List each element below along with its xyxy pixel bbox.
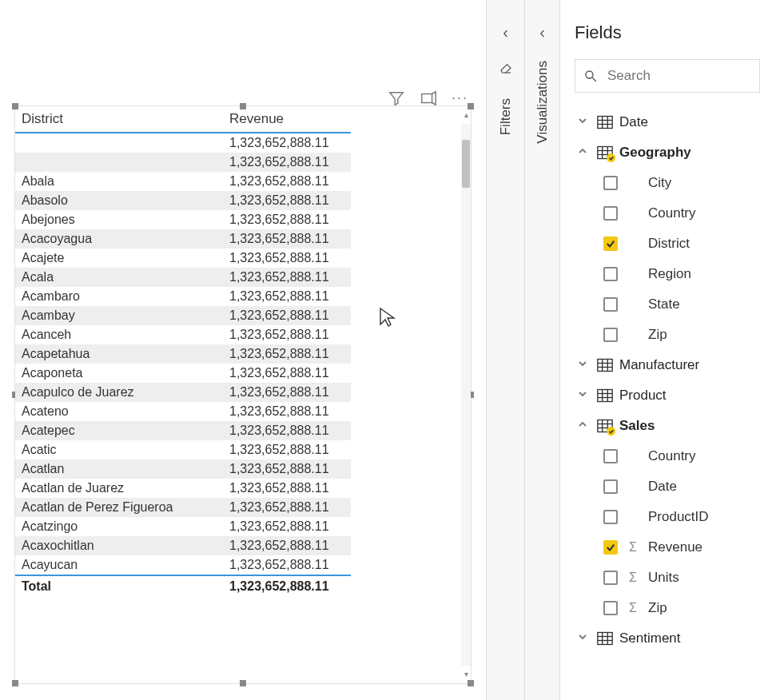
table-node[interactable]: Sentiment: [575, 623, 768, 654]
cell-revenue: 1,323,652,888.11: [223, 536, 351, 555]
field-item[interactable]: Σ City: [575, 168, 768, 198]
field-checkbox[interactable]: [603, 479, 618, 494]
table-visual[interactable]: District Revenue 1,323,652,888.111,323,6…: [14, 105, 472, 684]
table-node[interactable]: Sales: [575, 411, 768, 441]
cell-district: Acaponeta: [15, 364, 223, 383]
cell-district: Acateno: [15, 402, 223, 421]
table-row[interactable]: Acajete1,323,652,888.11: [15, 249, 351, 268]
column-header-revenue[interactable]: Revenue: [223, 106, 351, 133]
report-canvas[interactable]: ··· District Revenue 1,323,652,888.111,3…: [0, 0, 486, 700]
table-row[interactable]: Acatic1,323,652,888.11: [15, 440, 351, 459]
field-checkbox[interactable]: [603, 571, 618, 585]
column-header-district[interactable]: District: [15, 106, 223, 133]
fields-pane: Fields Date Geography Σ City: [560, 0, 768, 700]
cell-district: Acatic: [15, 440, 223, 459]
search-input[interactable]: [606, 60, 754, 92]
field-checkbox[interactable]: [603, 237, 618, 251]
table-row[interactable]: Acatlan1,323,652,888.11: [15, 459, 351, 479]
fields-search[interactable]: [575, 59, 760, 93]
field-item[interactable]: Σ Country: [575, 441, 768, 471]
table-row[interactable]: 1,323,652,888.11: [15, 133, 351, 153]
svg-line-2: [592, 78, 596, 82]
sigma-icon: Σ: [626, 601, 640, 615]
field-checkbox[interactable]: [603, 601, 618, 615]
table-row[interactable]: Acapulco de Juarez1,323,652,888.11: [15, 383, 351, 402]
table-row[interactable]: Acatlan de Juarez1,323,652,888.11: [15, 479, 351, 498]
table-node[interactable]: Geography: [575, 137, 768, 168]
scroll-down-arrow[interactable]: ▾: [461, 667, 471, 682]
cell-revenue: 1,323,652,888.11: [223, 268, 351, 287]
field-label: State: [648, 296, 680, 312]
sigma-icon: Σ: [626, 540, 640, 555]
field-checkbox[interactable]: [603, 540, 618, 555]
expand-visualizations-chevron[interactable]: ‹: [539, 24, 545, 40]
expand-caret[interactable]: [575, 388, 591, 404]
field-item[interactable]: Σ Units: [575, 563, 768, 593]
table-row[interactable]: Acateno1,323,652,888.11: [15, 402, 351, 421]
expand-caret[interactable]: [575, 114, 591, 130]
table-row[interactable]: Acala1,323,652,888.11: [15, 268, 351, 287]
field-item[interactable]: Σ Date: [575, 471, 768, 502]
visualizations-pane-collapsed[interactable]: ‹ Visualizations: [525, 0, 559, 700]
cell-district: Acatzingo: [15, 517, 223, 536]
field-checkbox[interactable]: [603, 176, 618, 190]
table-node[interactable]: Manufacturer: [575, 350, 768, 380]
cell-district: Acatlan de Perez Figueroa: [15, 498, 223, 517]
expand-caret[interactable]: [575, 630, 591, 646]
eraser-icon[interactable]: [499, 61, 513, 78]
table-row[interactable]: Acapetahua1,323,652,888.11: [15, 344, 351, 364]
visualizations-pane-label: Visualizations: [535, 61, 551, 144]
table-row[interactable]: Acaponeta1,323,652,888.11: [15, 364, 351, 383]
table-row[interactable]: Abala1,323,652,888.11: [15, 172, 351, 191]
field-checkbox[interactable]: [603, 206, 618, 221]
filters-pane-collapsed[interactable]: ‹ Filters: [487, 0, 524, 700]
table-row[interactable]: Acatzingo1,323,652,888.11: [15, 517, 351, 536]
table-icon: [597, 115, 613, 129]
field-item[interactable]: Σ Zip: [575, 593, 768, 623]
expand-caret[interactable]: [575, 357, 591, 373]
table-row[interactable]: Abasolo1,323,652,888.11: [15, 191, 351, 210]
table-row[interactable]: Abejones1,323,652,888.11: [15, 210, 351, 229]
field-item[interactable]: Σ ProductID: [575, 502, 768, 532]
scrollbar-track[interactable]: [461, 124, 471, 666]
table-label: Sales: [619, 418, 655, 434]
cell-revenue: 1,323,652,888.11: [223, 479, 351, 498]
cell-district: Abejones: [15, 210, 223, 229]
table-node[interactable]: Product: [575, 380, 768, 411]
cell-district: Acayucan: [15, 555, 223, 575]
table-row[interactable]: Acayucan1,323,652,888.11: [15, 555, 351, 575]
table-row[interactable]: Acambay1,323,652,888.11: [15, 306, 351, 325]
field-item[interactable]: Σ Revenue: [575, 532, 768, 563]
table-row[interactable]: Acatlan de Perez Figueroa1,323,652,888.1…: [15, 498, 351, 517]
field-checkbox[interactable]: [603, 510, 618, 524]
field-item[interactable]: Σ Country: [575, 198, 768, 229]
table-row[interactable]: Acambaro1,323,652,888.11: [15, 287, 351, 306]
scrollbar-thumb[interactable]: [462, 140, 470, 188]
table-row[interactable]: Acatepec1,323,652,888.11: [15, 421, 351, 440]
field-item[interactable]: Σ Region: [575, 259, 768, 289]
total-value: 1,323,652,888.11: [223, 575, 351, 597]
expand-caret[interactable]: [575, 145, 591, 161]
cell-revenue: 1,323,652,888.11: [223, 325, 351, 344]
field-label: Units: [648, 570, 679, 586]
field-item[interactable]: Σ Zip: [575, 320, 768, 350]
field-label: Region: [648, 266, 691, 282]
table-row[interactable]: 1,323,652,888.11: [15, 153, 351, 172]
table-row[interactable]: Acacoyagua1,323,652,888.11: [15, 229, 351, 249]
field-checkbox[interactable]: [603, 267, 618, 281]
expand-filters-chevron[interactable]: ‹: [503, 24, 508, 40]
total-label: Total: [15, 575, 223, 597]
cell-district: Abasolo: [15, 191, 223, 210]
svg-rect-28: [598, 633, 612, 645]
field-checkbox[interactable]: [603, 328, 618, 342]
field-checkbox[interactable]: [603, 297, 618, 312]
cell-revenue: 1,323,652,888.11: [223, 210, 351, 229]
table-row[interactable]: Acanceh1,323,652,888.11: [15, 325, 351, 344]
field-item[interactable]: Σ District: [575, 229, 768, 259]
field-item[interactable]: Σ State: [575, 289, 768, 320]
scroll-up-arrow[interactable]: ▴: [461, 108, 471, 122]
expand-caret[interactable]: [575, 418, 591, 434]
field-checkbox[interactable]: [603, 449, 618, 463]
table-row[interactable]: Acaxochitlan1,323,652,888.11: [15, 536, 351, 555]
table-node[interactable]: Date: [575, 107, 768, 137]
